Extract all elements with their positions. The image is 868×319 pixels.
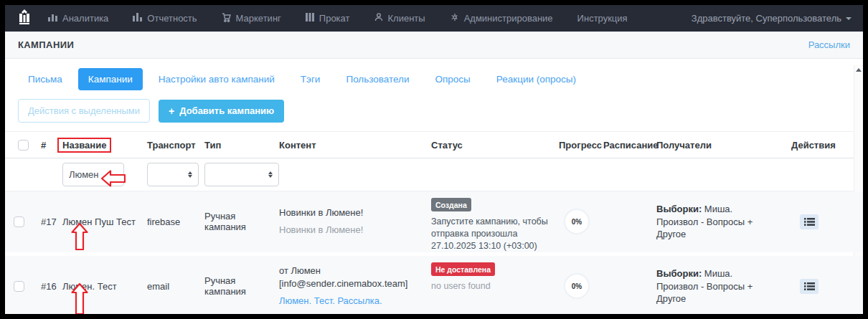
list-icon [804,282,815,291]
tab-tags[interactable]: Тэги [291,68,331,90]
film-icon [306,13,314,24]
gear-icon [450,13,459,24]
recipients-label: Выборки: [656,268,702,279]
content-link[interactable]: Люмен. Тест. Рассылка. [279,295,423,308]
col-status[interactable]: Статус [423,140,550,151]
tab-campaigns[interactable]: Кампании [78,68,143,90]
bulk-actions-button[interactable]: Действия с выделенными [18,99,150,123]
schedule-cell [595,191,648,252]
annotation-left-arrow-icon [101,170,126,189]
col-id[interactable]: # [32,140,54,151]
table-row: #16 Люмен. Тест email Ручная кампания от… [5,256,863,317]
nav-label: Клиенты [388,13,425,24]
tab-bar: Письма Кампании Настройки авто кампаний … [5,59,863,96]
col-type[interactable]: Тип [196,140,270,151]
progress-cell: 0% [550,191,595,252]
content-line1: от Люмен [info@sender.cinemabox.team] [279,265,423,290]
status-text: Запустите кампанию, чтобы отправка произ… [431,216,549,252]
user-menu[interactable]: Здравствуйте, Суперпользователь [692,13,852,24]
type-filter-cell [196,163,270,186]
toolbar: Действия с выделенными + Добавить кампан… [5,96,863,131]
content-cell: Новинки в Люмене! Новинки в Люмене! [270,191,423,252]
plus-icon: + [169,105,174,117]
transport-value: firebase [138,191,196,252]
mailings-link[interactable]: Рассылки [808,39,850,50]
transport-filter-cell [138,163,196,186]
nav-label: Аналитика [62,13,108,24]
tab-poll-reactions[interactable]: Реакции (опросы) [486,68,586,90]
page-title: КАМПАНИИ [18,39,74,50]
add-campaign-button[interactable]: + Добавить кампанию [159,100,284,123]
add-campaign-label: Добавить кампанию [179,105,274,116]
col-actions[interactable]: Действия [770,140,863,151]
tab-users[interactable]: Пользователи [336,68,419,90]
list-icon [804,217,815,227]
nav-item-reports[interactable]: Отчетность [133,13,197,24]
annotation-up-arrow-icon [71,223,88,254]
content-cell: от Люмен [info@sender.cinemabox.team] Лю… [270,256,423,317]
col-recipients[interactable]: Получатели [648,140,770,151]
cinemabox-logo-icon [16,9,32,29]
actions-cell [770,256,863,317]
tab-auto-campaign-settings[interactable]: Настройки авто кампаний [148,68,285,90]
row-select-cell [5,191,32,252]
col-content[interactable]: Контент [270,140,423,151]
campaign-name[interactable]: Люмен Пуш Тест [54,191,138,252]
row-select-cell [5,256,32,317]
nav-item-instruction[interactable]: Инструкция [577,13,628,24]
table-row: #17 Люмен Пуш Тест firebase Ручная кампа… [5,191,863,252]
select-all-cell [5,140,32,151]
chevron-down-icon [846,17,852,20]
brand-logo[interactable] [16,9,32,29]
tab-polls[interactable]: Опросы [425,68,481,90]
type-value: Ручная кампания [196,256,270,317]
nav-menu: Аналитика Отчетность Маркетинг Прокат Кл… [48,13,692,24]
progress-indicator: 0% [564,273,590,299]
select-arrows-icon [268,171,273,178]
tab-letters[interactable]: Письма [18,68,72,90]
annotation-highlight-box: Название [57,138,111,153]
progress-indicator: 0% [564,209,590,234]
type-filter-select[interactable] [204,163,279,186]
bar-chart-icon [48,13,57,24]
nav-item-rental[interactable]: Прокат [306,13,350,24]
content-line1: Новинки в Люмене! [279,206,423,219]
status-cell: Создана Запустите кампанию, чтобы отправ… [423,191,550,252]
scroll-up-icon[interactable] [856,68,862,72]
nav-item-analytics[interactable]: Аналитика [48,13,108,24]
nav-label: Отчетность [147,13,197,24]
schedule-cell [595,256,648,317]
row-checkbox[interactable] [14,216,24,227]
campaign-name[interactable]: Люмен. Тест [54,256,138,317]
nav-label: Маркетинг [236,13,281,24]
row-id: #17 [32,191,54,252]
progress-cell: 0% [550,256,595,317]
col-name-label: Название [62,140,106,151]
status-cell: Не доставлена no users found [423,256,550,317]
recipients-cell: Выборки: Миша. Произвол - Вопросы + Друг… [648,191,770,252]
app-window: Аналитика Отчетность Маркетинг Прокат Кл… [0,0,868,319]
row-actions-button[interactable] [800,279,819,294]
transport-filter-select[interactable] [147,163,199,186]
table-header: # Название Транспорт Тип Контент Статус … [5,131,863,158]
status-badge: Не доставлена [431,262,495,276]
person-icon [374,13,383,24]
col-name[interactable]: Название [54,138,138,153]
row-actions-button[interactable] [800,214,819,229]
filter-row [5,158,863,191]
col-transport[interactable]: Транспорт [138,140,196,151]
name-filter-cell [54,163,138,186]
recipients-text: Выборки: Миша. Произвол - Вопросы + Друг… [656,267,770,305]
user-greeting: Здравствуйте, Суперпользователь [692,13,841,24]
recipients-label: Выборки: [656,204,702,214]
annotation-up-arrow-icon [71,283,88,318]
nav-item-clients[interactable]: Клиенты [374,13,425,24]
select-arrows-icon [188,171,192,178]
nav-item-marketing[interactable]: Маркетинг [222,13,281,24]
row-checkbox[interactable] [14,281,24,292]
col-schedule[interactable]: Расписание [595,140,648,151]
col-progress[interactable]: Прогресс [550,140,595,151]
select-all-checkbox[interactable] [18,140,29,151]
nav-item-administration[interactable]: Администрирование [450,13,553,24]
status-text: no users found [431,280,549,292]
